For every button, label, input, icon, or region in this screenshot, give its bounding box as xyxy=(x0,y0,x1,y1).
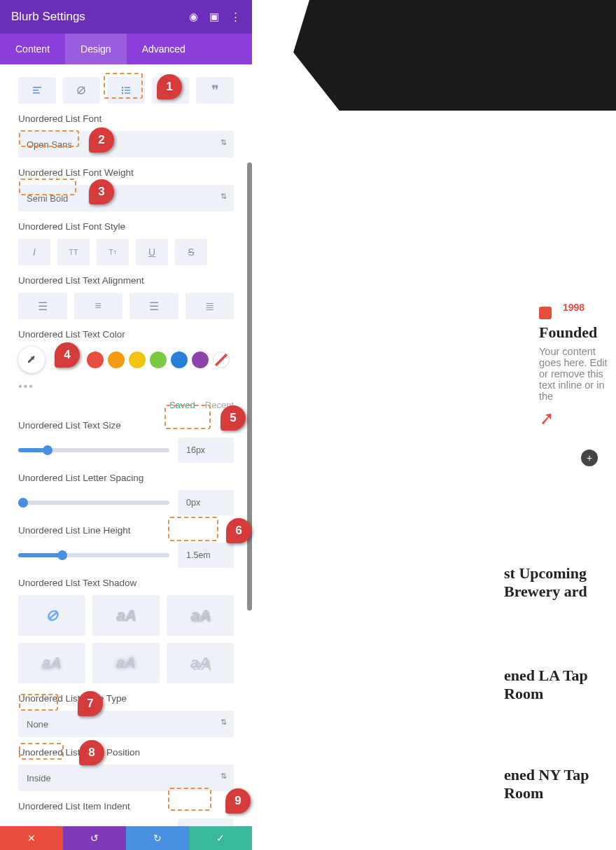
text-type-link[interactable] xyxy=(63,77,101,104)
spacing-slider[interactable] xyxy=(18,501,169,505)
align-right[interactable]: ☰ xyxy=(130,293,178,319)
svg-rect-10 xyxy=(125,92,130,93)
stylepos-select[interactable]: Inside xyxy=(18,765,234,791)
swatch-2[interactable] xyxy=(108,351,125,368)
callout-6: 6 xyxy=(226,518,251,543)
callout-5: 5 xyxy=(220,405,246,431)
add-module-button[interactable]: + xyxy=(581,450,598,466)
section-la: ened LA Tap Room xyxy=(504,667,616,703)
label-stylepos: Unordered List Style Position xyxy=(18,747,234,758)
align-left[interactable]: ☰ xyxy=(18,293,67,319)
weight-select[interactable]: Semi Bold xyxy=(18,185,234,211)
label-indent: Unordered List Item Indent xyxy=(18,801,234,811)
label-weight: Unordered List Font Weight xyxy=(18,167,234,178)
italic-button[interactable]: I xyxy=(18,239,50,265)
callout-7: 7 xyxy=(78,691,103,716)
panel-title: Blurb Settings xyxy=(11,10,85,24)
align-justify[interactable]: ≣ xyxy=(186,293,234,319)
callout-4: 4 xyxy=(55,342,80,368)
svg-rect-1 xyxy=(33,90,38,91)
callout-9: 9 xyxy=(225,788,251,814)
saved-colors-tab[interactable]: Saved xyxy=(169,400,195,410)
font-select[interactable]: Open Sans xyxy=(18,131,234,158)
swatch-6[interactable] xyxy=(192,351,209,368)
callout-1: 1 xyxy=(157,74,182,99)
swatch-3[interactable] xyxy=(129,351,146,368)
shadow-none[interactable]: ⊘ xyxy=(18,595,85,636)
swatch-5[interactable] xyxy=(171,351,188,368)
spacing-value[interactable]: 0px xyxy=(178,490,234,515)
align-center[interactable]: ≡ xyxy=(74,293,123,319)
label-align: Unordered List Text Alignment xyxy=(18,275,144,286)
svg-rect-0 xyxy=(33,87,41,88)
shadow-preset-3[interactable]: aA xyxy=(18,643,85,683)
settings-panel: Blurb Settings ◉ ▣ ⋮ Content Design Adva… xyxy=(0,0,252,850)
callout-2: 2 xyxy=(89,127,114,153)
lineheight-value[interactable]: 1.5em xyxy=(178,543,234,568)
label-font: Unordered List Font xyxy=(18,113,234,124)
label-shadow: Unordered List Text Shadow xyxy=(18,578,234,588)
lineheight-slider[interactable] xyxy=(18,553,169,557)
shadow-preset-5[interactable]: aA xyxy=(167,643,234,683)
text-type-ul[interactable] xyxy=(107,77,145,104)
label-size: Unordered List Text Size xyxy=(18,420,234,431)
save-button[interactable]: ✓ xyxy=(189,826,252,850)
undo-button[interactable]: ↺ xyxy=(63,826,126,850)
svg-point-9 xyxy=(122,92,123,94)
size-value[interactable]: 16px xyxy=(178,438,234,463)
section-brewery: st Upcoming Brewery ard xyxy=(504,564,616,601)
svg-point-5 xyxy=(122,87,123,88)
shadow-preset-1[interactable]: aA xyxy=(92,595,160,636)
shadow-preset-4[interactable]: aA xyxy=(92,643,160,683)
size-slider[interactable] xyxy=(18,448,169,452)
callout-3: 3 xyxy=(89,179,114,204)
strikethrough-button[interactable]: S xyxy=(175,239,207,265)
founded-title: Founded xyxy=(539,323,616,342)
svg-point-7 xyxy=(122,90,123,91)
label-color: Unordered List Text Color xyxy=(18,329,234,340)
year-label: 1998 xyxy=(563,302,584,313)
hero-image xyxy=(252,0,616,111)
tab-design[interactable]: Design xyxy=(65,34,127,64)
svg-rect-6 xyxy=(125,87,130,88)
swatch-4[interactable] xyxy=(150,351,167,368)
label-styletype: Unordered List Style Type xyxy=(18,693,234,704)
scrollbar[interactable] xyxy=(247,162,252,611)
responsive-icon[interactable]: ▣ xyxy=(209,11,219,23)
hover-icon[interactable]: ◉ xyxy=(189,11,198,23)
text-type-default[interactable] xyxy=(18,77,56,104)
text-type-quote[interactable]: ❞ xyxy=(196,77,234,104)
smallcaps-button[interactable]: TT xyxy=(97,239,129,265)
swatch-none[interactable] xyxy=(213,351,230,368)
label-spacing: Unordered List Letter Spacing xyxy=(18,473,144,483)
menu-icon[interactable]: ⋮ xyxy=(230,11,241,23)
more-colors-icon[interactable]: ••• xyxy=(18,380,234,393)
cancel-button[interactable]: ✕ xyxy=(0,826,63,850)
swatch-1[interactable] xyxy=(87,351,104,368)
founded-subtitle[interactable]: Your content goes here. Edit or remove t… xyxy=(539,346,616,402)
eyedropper-button[interactable] xyxy=(18,347,45,373)
tab-content[interactable]: Content xyxy=(0,34,65,64)
redo-button[interactable]: ↻ xyxy=(126,826,189,850)
tab-advanced[interactable]: Advanced xyxy=(127,34,201,64)
shadow-preset-2[interactable]: aA xyxy=(167,595,234,636)
section-ny: ened NY Tap Room xyxy=(504,766,616,802)
svg-rect-8 xyxy=(125,90,130,90)
arrow-icon: ➚ xyxy=(538,407,556,430)
bullet-marker xyxy=(539,307,552,319)
underline-button[interactable]: U xyxy=(136,239,168,265)
styletype-select[interactable]: None xyxy=(18,711,234,737)
uppercase-button[interactable]: TT xyxy=(57,239,90,265)
label-lineheight: Unordered List Line Height xyxy=(18,525,234,536)
svg-rect-2 xyxy=(33,92,40,94)
label-style: Unordered List Font Style xyxy=(18,221,234,232)
callout-8: 8 xyxy=(79,740,104,765)
